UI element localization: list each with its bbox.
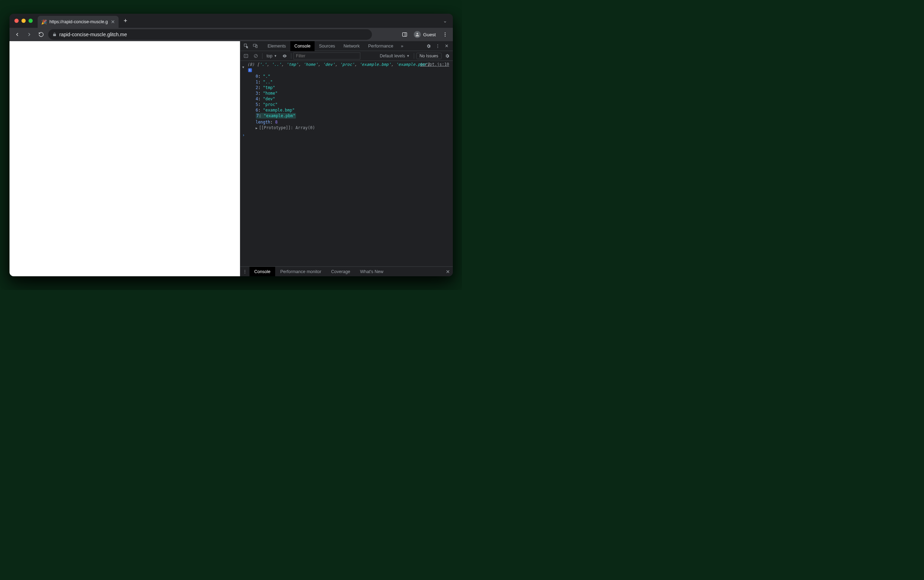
url-text: rapid-concise-muscle.glitch.me bbox=[59, 32, 127, 37]
lock-icon bbox=[53, 32, 57, 36]
svg-point-15 bbox=[245, 271, 245, 272]
svg-point-10 bbox=[437, 47, 438, 48]
drawer-tab-coverage[interactable]: Coverage bbox=[326, 267, 355, 277]
tab-title: https://rapid-concise-muscle.g bbox=[49, 19, 108, 24]
tab-close-button[interactable]: ✕ bbox=[111, 19, 115, 25]
new-tab-button[interactable]: + bbox=[121, 16, 130, 26]
devtools-close-button[interactable]: ✕ bbox=[442, 41, 451, 51]
inspect-element-button[interactable] bbox=[242, 41, 251, 51]
disclosure-triangle-icon[interactable]: ▼ bbox=[242, 64, 244, 70]
prototype-row[interactable]: ▶[[Prototype]]: Array(0) bbox=[247, 125, 451, 131]
live-expression-button[interactable] bbox=[280, 52, 289, 60]
console-toolbar: top ▼ Default levels ▼ No Issues bbox=[240, 51, 453, 61]
window-controls bbox=[15, 19, 33, 23]
svg-point-8 bbox=[437, 44, 438, 45]
browser-tab[interactable]: 🎉 https://rapid-concise-muscle.g ✕ bbox=[38, 16, 118, 28]
maximize-window-button[interactable] bbox=[28, 19, 33, 23]
drawer-close-button[interactable]: ✕ bbox=[443, 269, 453, 275]
array-entries: 0: "."1: ".."2: "tmp"3: "home"4: "dev"5:… bbox=[247, 74, 451, 119]
drawer-tab-console[interactable]: Console bbox=[250, 267, 276, 277]
array-summary: (8) ['.', '..', 'tmp', 'home', 'dev', 'p… bbox=[247, 62, 430, 67]
execution-context-selector[interactable]: top ▼ bbox=[265, 53, 280, 58]
minimize-window-button[interactable] bbox=[21, 19, 26, 23]
devtools-panel: Elements Console Sources Network Perform… bbox=[240, 41, 453, 276]
svg-point-3 bbox=[444, 34, 445, 35]
tab-network[interactable]: Network bbox=[339, 41, 364, 51]
issues-label: No Issues bbox=[419, 53, 438, 58]
svg-point-9 bbox=[437, 46, 438, 46]
console-prompt[interactable]: › bbox=[240, 131, 453, 139]
svg-point-4 bbox=[444, 36, 445, 36]
tab-sources[interactable]: Sources bbox=[314, 41, 339, 51]
info-badge-icon[interactable]: i bbox=[248, 68, 252, 72]
drawer-menu-button[interactable] bbox=[240, 269, 250, 274]
browser-toolbar: rapid-concise-muscle.glitch.me Guest bbox=[10, 28, 453, 41]
device-toolbar-button[interactable] bbox=[251, 41, 260, 51]
profile-label: Guest bbox=[423, 32, 436, 37]
console-output[interactable]: script.js:10 ▼ (8) ['.', '..', 'tmp', 'h… bbox=[240, 61, 453, 267]
reload-button[interactable] bbox=[36, 30, 46, 40]
context-label: top bbox=[267, 53, 273, 58]
svg-rect-0 bbox=[403, 33, 407, 36]
console-filter-input[interactable] bbox=[293, 53, 360, 59]
svg-point-16 bbox=[245, 273, 245, 274]
avatar-icon bbox=[414, 31, 421, 38]
console-settings-button[interactable] bbox=[443, 52, 451, 60]
content-area: Elements Console Sources Network Perform… bbox=[10, 41, 453, 276]
levels-label: Default levels bbox=[380, 53, 405, 58]
svg-line-13 bbox=[255, 55, 257, 57]
tab-overflow-button[interactable]: ⌄ bbox=[441, 16, 449, 26]
issues-button[interactable]: No Issues bbox=[416, 53, 441, 59]
devtools-drawer: Console Performance monitor Coverage Wha… bbox=[240, 267, 453, 276]
page-viewport[interactable] bbox=[10, 41, 240, 276]
tab-favicon: 🎉 bbox=[41, 19, 47, 25]
svg-point-14 bbox=[245, 270, 245, 270]
devtools-settings-button[interactable] bbox=[424, 41, 433, 51]
tab-elements[interactable]: Elements bbox=[263, 41, 290, 51]
clear-console-button[interactable] bbox=[252, 52, 260, 60]
tab-performance[interactable]: Performance bbox=[364, 41, 398, 51]
forward-button[interactable] bbox=[24, 30, 34, 40]
console-sidebar-toggle[interactable] bbox=[242, 52, 250, 60]
tab-console[interactable]: Console bbox=[290, 41, 315, 51]
devtools-tabbar: Elements Console Sources Network Perform… bbox=[240, 41, 453, 51]
devtools-menu-button[interactable] bbox=[433, 41, 442, 51]
side-panel-button[interactable] bbox=[400, 30, 409, 40]
drawer-tab-whats-new[interactable]: What's New bbox=[355, 267, 388, 277]
drawer-tab-performance-monitor[interactable]: Performance monitor bbox=[275, 267, 326, 277]
browser-window: 🎉 https://rapid-concise-muscle.g ✕ + ⌄ r… bbox=[10, 14, 453, 276]
close-window-button[interactable] bbox=[15, 19, 19, 23]
profile-button[interactable]: Guest bbox=[411, 30, 439, 40]
svg-point-2 bbox=[444, 32, 445, 33]
console-log-entry[interactable]: ▼ (8) ['.', '..', 'tmp', 'home', 'dev', … bbox=[240, 61, 453, 131]
browser-menu-button[interactable] bbox=[440, 30, 450, 40]
address-bar[interactable]: rapid-concise-muscle.glitch.me bbox=[48, 29, 372, 40]
tab-strip: 🎉 https://rapid-concise-muscle.g ✕ + ⌄ bbox=[10, 14, 453, 28]
tabs-overflow-button[interactable]: » bbox=[398, 41, 407, 51]
back-button[interactable] bbox=[12, 30, 22, 40]
log-levels-selector[interactable]: Default levels ▼ bbox=[378, 53, 412, 58]
